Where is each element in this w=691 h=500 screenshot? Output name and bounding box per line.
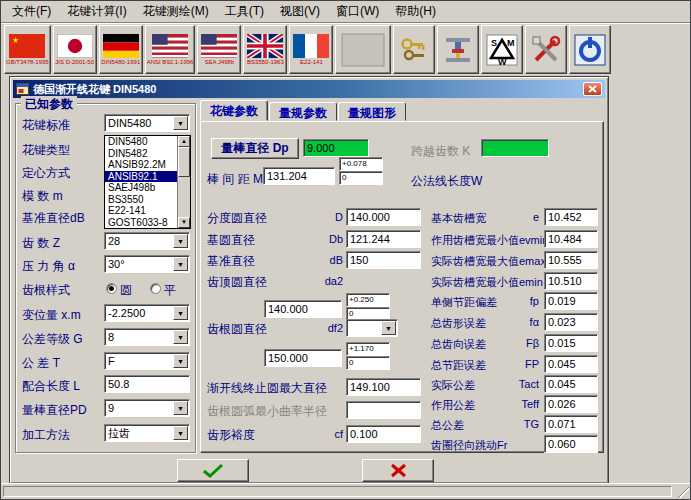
pin-spacing-lower-dev[interactable]: 0 xyxy=(339,171,383,185)
toolbar-exit-button[interactable] xyxy=(569,25,611,74)
toolbar-smw-button[interactable]: SMW xyxy=(481,25,523,74)
emax-field[interactable]: 10.555 xyxy=(544,251,598,269)
toolbar-ansi-standard-button[interactable]: ANSI B92.1-1996 xyxy=(145,25,196,74)
tab-strip: 花键参数 量规参数 量规图形 xyxy=(200,100,407,121)
field-value: 10.555 xyxy=(548,254,582,266)
list-item-selected[interactable]: ANSIB92.1 xyxy=(105,171,177,183)
machining-method-combo[interactable]: 拉齿 ▼ xyxy=(104,424,190,442)
tab-gauge-params[interactable]: 量规参数 xyxy=(269,102,337,121)
toolbar-sae-standard-button[interactable]: SEA J498b xyxy=(197,25,241,74)
teeth-count-combo[interactable]: 28 ▼ xyxy=(104,232,190,250)
chevron-down-icon[interactable]: ▼ xyxy=(173,257,188,271)
menu-spline-calc[interactable]: 花键计算(I) xyxy=(59,0,134,23)
scroll-thumb[interactable] xyxy=(178,147,190,177)
toolbar-keys-button[interactable] xyxy=(393,25,435,74)
involute-end-diameter-field[interactable]: 149.100 xyxy=(346,378,421,396)
menu-tools[interactable]: 工具(T) xyxy=(217,0,272,23)
chevron-down-icon[interactable]: ▼ xyxy=(173,330,188,344)
close-icon[interactable] xyxy=(583,82,602,96)
tip-diameter-field[interactable]: 140.000 xyxy=(264,300,342,318)
chevron-down-icon[interactable]: ▼ xyxy=(173,116,188,130)
pin-diameter-button[interactable]: 量棒直径 Dp xyxy=(211,138,299,159)
toolbar-blank-button[interactable] xyxy=(335,25,391,74)
pin-diameter-combo[interactable]: 9 ▼ xyxy=(104,399,190,417)
chevron-down-icon[interactable]: ▼ xyxy=(381,321,396,335)
total-tolerance-field[interactable]: 0.071 xyxy=(544,415,598,433)
toolbar: GB/T3478-1995 JIS D-2001-50 DIN5480-1991… xyxy=(1,22,690,75)
menu-window[interactable]: 窗口(W) xyxy=(328,0,387,23)
root-diameter-lower-dev[interactable]: 0 xyxy=(346,356,390,370)
toolbar-tools-button[interactable] xyxy=(525,25,567,74)
profile-shift-combo[interactable]: -2.2500 ▼ xyxy=(104,304,190,322)
scroll-up-icon[interactable]: ▲ xyxy=(178,136,190,147)
pin-spacing-upper-dev[interactable]: +0.078 xyxy=(339,157,383,171)
fit-length-input[interactable]: 50.8 xyxy=(104,375,190,393)
effective-tolerance-field[interactable]: 0.026 xyxy=(544,395,598,413)
pressure-angle-combo[interactable]: 30° ▼ xyxy=(104,255,190,273)
chevron-down-icon[interactable]: ▼ xyxy=(173,426,188,440)
ok-button[interactable] xyxy=(177,459,249,482)
label-total-pitch-error: 总节距误差 xyxy=(431,358,486,373)
toolbar-din-standard-button[interactable]: DIN5480-1991 xyxy=(99,25,143,74)
radial-runout-field[interactable]: 0.060 xyxy=(544,435,598,453)
root-diameter-combo[interactable]: ▼ xyxy=(346,319,398,337)
root-style-radio-round[interactable] xyxy=(106,283,117,294)
list-item[interactable]: BS3550 xyxy=(105,194,177,206)
list-item[interactable]: GOST6033-8 xyxy=(105,217,177,229)
menu-spline-measure[interactable]: 花键测绘(M) xyxy=(135,0,217,23)
pin-diameter-field[interactable]: 9.000 xyxy=(303,139,369,157)
actual-tolerance-field[interactable]: 0.045 xyxy=(544,375,598,393)
list-item[interactable]: DIN5482 xyxy=(105,148,177,160)
chevron-down-icon[interactable]: ▼ xyxy=(173,401,188,415)
root-diameter-upper-dev[interactable]: +1.170 xyxy=(346,342,390,356)
symbol: df2 xyxy=(299,322,343,334)
spline-standard-combo[interactable]: DIN5480 ▼ xyxy=(104,114,190,132)
single-pitch-dev-field[interactable]: 0.019 xyxy=(544,292,598,310)
list-scrollbar[interactable]: ▲ ▼ xyxy=(177,136,190,228)
status-bar xyxy=(1,483,690,499)
base-diameter-field[interactable]: 121.244 xyxy=(346,230,421,248)
scroll-down-icon[interactable]: ▼ xyxy=(178,217,190,228)
toolbar-bs-standard-button[interactable]: BS3550-1963 xyxy=(243,25,287,74)
tip-diameter-upper-dev[interactable]: +0.250 xyxy=(346,293,390,307)
label-form-clearance: 齿形裕度 xyxy=(207,427,255,444)
root-diameter-field[interactable]: 150.000 xyxy=(264,349,342,367)
combo-value: 拉齿 xyxy=(108,427,130,439)
root-style-radio-flat[interactable] xyxy=(150,283,161,294)
menu-help[interactable]: 帮助(H) xyxy=(387,0,444,23)
tab-spline-params[interactable]: 花键参数 xyxy=(200,100,268,121)
toolbar-jis-standard-button[interactable]: JIS D-2001-50 xyxy=(53,25,97,74)
tab-gauge-graphic[interactable]: 量规图形 xyxy=(338,102,406,121)
toolbar-measure-button[interactable] xyxy=(437,25,479,74)
emin-field[interactable]: 10.510 xyxy=(544,272,598,290)
reference-diameter-field[interactable]: 150 xyxy=(346,251,421,269)
total-profile-error-field[interactable]: 0.023 xyxy=(544,313,598,331)
label-tip-diameter: 齿顶圆直径 xyxy=(207,274,267,291)
label-spanned-teeth: 跨越齿数 K xyxy=(411,143,470,160)
menu-view[interactable]: 视图(V) xyxy=(272,0,328,23)
chevron-down-icon[interactable]: ▼ xyxy=(173,306,188,320)
total-pitch-error-field[interactable]: 0.045 xyxy=(544,355,598,373)
pin-spacing-field[interactable]: 131.204 xyxy=(263,167,335,185)
total-helix-error-field[interactable]: 0.015 xyxy=(544,334,598,352)
basic-space-width-field[interactable]: 10.452 xyxy=(544,208,598,226)
label-total-tolerance: 总公差 xyxy=(431,418,464,433)
tolerance-grade-combo[interactable]: 8 ▼ xyxy=(104,328,190,346)
toolbar-nf-standard-button[interactable]: E22-141 xyxy=(289,25,333,74)
dialog-titlebar[interactable]: 德国渐开线花键 DIN5480 xyxy=(13,80,605,98)
tolerance-class-combo[interactable]: F ▼ xyxy=(104,352,190,370)
chevron-down-icon[interactable]: ▼ xyxy=(173,234,188,248)
toolbar-gb-standard-button[interactable]: GB/T3478-1995 xyxy=(4,25,51,74)
uk-flag-icon xyxy=(247,34,283,58)
list-item[interactable]: ANSIB92.2M xyxy=(105,159,177,171)
menu-file[interactable]: 文件(F) xyxy=(4,0,59,23)
chevron-down-icon[interactable]: ▼ xyxy=(173,354,188,368)
list-item[interactable]: DIN5480 xyxy=(105,136,177,148)
resize-grip[interactable] xyxy=(677,486,689,498)
evmin-field[interactable]: 10.484 xyxy=(544,230,598,248)
list-item[interactable]: SAEJ498b xyxy=(105,182,177,194)
form-clearance-field[interactable]: 0.100 xyxy=(346,425,421,443)
pitch-diameter-field[interactable]: 140.000 xyxy=(346,208,421,226)
cancel-button[interactable] xyxy=(362,459,434,482)
list-item[interactable]: E22-141 xyxy=(105,205,177,217)
